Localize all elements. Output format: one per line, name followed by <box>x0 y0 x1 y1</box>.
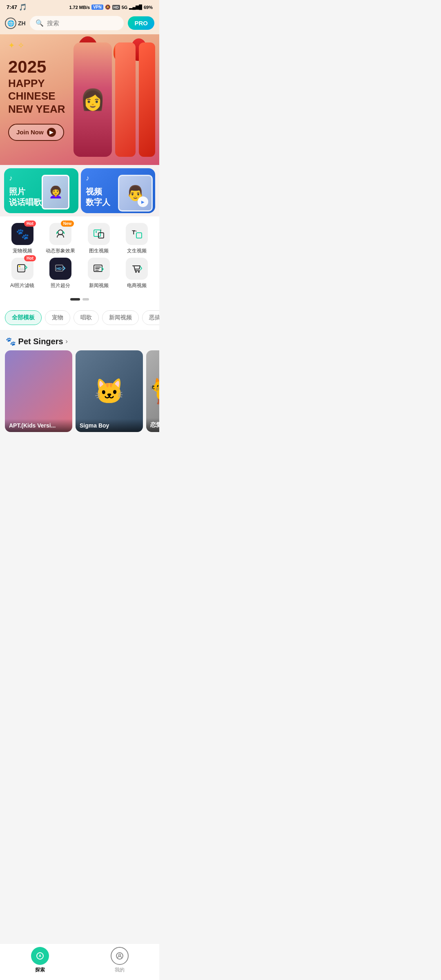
lang-label: ZH <box>18 20 26 27</box>
banner-left: 2025 HAPPY CHINESE NEW YEAR Join Now ▶ <box>0 49 159 151</box>
category-tab-sing[interactable]: 唱歌 <box>74 310 99 325</box>
hot-badge-1: Hot <box>24 220 36 227</box>
singer-card-2[interactable]: 🐱 Sigma Boy <box>76 350 143 432</box>
arrow-icon: ▶ <box>47 128 56 137</box>
category-tabs: 全部模板 宠物 唱歌 新闻视频 恶搞视 ∨ <box>0 305 159 330</box>
bottom-spacer <box>0 439 159 471</box>
singer-card-2-label: Sigma Boy <box>76 419 143 432</box>
icon-item-pet-video[interactable]: 🐾 Hot 宠物视频 <box>6 223 39 254</box>
icon-row-1: 🐾 Hot 宠物视频 New 动态形象效果 <box>3 223 156 254</box>
network-speed: 1.72 MB/s <box>69 5 90 10</box>
vpn-badge: VPN <box>91 4 103 10</box>
lang-button[interactable]: 🌐 ZH <box>5 18 26 29</box>
svg-marker-2 <box>95 231 97 233</box>
status-time-area: 7:47 🎵 <box>7 3 27 11</box>
category-tab-news[interactable]: 新闻视频 <box>102 310 139 325</box>
icon-item-dynamic-avatar[interactable]: New 动态形象效果 <box>44 223 77 254</box>
banner-year: 2025 <box>8 58 151 76</box>
banner: ✦ ✧ 2025 HAPPY CHINESE NEW YEAR Join Now… <box>0 34 159 165</box>
svg-point-17 <box>135 271 137 273</box>
search-bar[interactable]: 🔍 <box>30 16 124 30</box>
icon-item-ecom-video[interactable]: 电商视频 <box>120 258 153 289</box>
video-feature-block[interactable]: ♪ 视频数字人 👨 ▶ <box>81 168 155 213</box>
category-tab-funny[interactable]: 恶搞视 <box>142 310 159 325</box>
dynamic-avatar-label: 动态形象效果 <box>46 247 75 254</box>
signal-bars: ▂▄▆█ <box>129 4 142 10</box>
icon-item-photo-hd[interactable]: HD 照片超分 <box>44 258 77 289</box>
ecom-video-icon <box>131 263 143 275</box>
app-icon: 🎵 <box>19 3 27 11</box>
icon-row-2: Hot AI照片滤镜 HD 照片超分 <box>3 258 156 289</box>
new-badge-1: New <box>61 220 74 227</box>
play-icon: ▶ <box>138 196 148 207</box>
dynamic-avatar-icon-box: New <box>49 223 71 245</box>
news-video-label: 新闻视频 <box>89 282 109 289</box>
category-tab-pet[interactable]: 宠物 <box>45 310 70 325</box>
join-now-button[interactable]: Join Now ▶ <box>8 124 64 141</box>
photo-cards-decoration: 👩‍🦱 <box>34 172 75 210</box>
pet-video-icon-box: 🐾 Hot <box>11 223 33 245</box>
search-icon: 🔍 <box>36 19 44 27</box>
pet-video-label: 宠物视频 <box>13 247 32 254</box>
svg-marker-9 <box>18 267 25 271</box>
icon-grid: 🐾 Hot 宠物视频 New 动态形象效果 <box>0 216 159 296</box>
singer-card-3[interactable]: 🐈 恋愛サー <box>146 350 159 432</box>
txt2vid-label: 文生视频 <box>127 247 147 254</box>
dot-inactive[interactable] <box>82 298 89 301</box>
img2vid-icon-box <box>88 223 110 245</box>
singer-card-3-label: 恋愛サー <box>146 418 159 432</box>
dot-active[interactable] <box>70 298 80 301</box>
pro-button[interactable]: PRO <box>128 16 154 30</box>
category-tab-all[interactable]: 全部模板 <box>5 310 42 325</box>
search-input[interactable] <box>47 20 118 27</box>
status-icons-area: 1.72 MB/s VPN 🔕 HD 5G ▂▄▆█ 69% <box>69 4 153 10</box>
singer-card-1[interactable]: APT.(Kids Versi... <box>5 350 72 432</box>
pet-singers-section-header: 🐾 Pet Singers › <box>0 330 159 350</box>
svg-rect-5 <box>136 233 142 238</box>
section-title-pet-singers: 🐾 Pet Singers <box>6 336 63 346</box>
ai-filter-label: AI照片滤镜 <box>10 282 34 289</box>
globe-icon: 🌐 <box>5 18 16 29</box>
page-dots <box>0 296 159 305</box>
ai-filter-icon <box>16 263 29 275</box>
icon-item-news-video[interactable]: 新闻视频 <box>82 258 115 289</box>
photo-hd-icon: HD <box>54 263 67 275</box>
header: 🌐 ZH 🔍 PRO <box>0 13 159 34</box>
battery: 69% <box>144 5 153 10</box>
svg-point-10 <box>19 265 20 267</box>
banner-title: HAPPY CHINESE NEW YEAR <box>8 77 151 116</box>
svg-text:HD: HD <box>56 267 62 271</box>
news-video-icon-box <box>88 258 110 280</box>
photo-feature-block[interactable]: ♪ 照片说话唱歌 👩‍🦱 <box>4 168 78 213</box>
section-arrow-icon[interactable]: › <box>66 338 68 345</box>
svg-rect-3 <box>98 233 104 238</box>
status-bar: 7:47 🎵 1.72 MB/s VPN 🔕 HD 5G ▂▄▆█ 69% <box>0 0 159 13</box>
icon-item-txt2vid[interactable]: T 文生视频 <box>120 223 153 254</box>
photo-hd-label: 照片超分 <box>51 282 70 289</box>
img2vid-icon <box>93 228 105 240</box>
svg-text:T: T <box>132 229 136 236</box>
ecom-video-label: 电商视频 <box>127 282 147 289</box>
icon-item-ai-filter[interactable]: Hot AI照片滤镜 <box>6 258 39 289</box>
icon-item-img2vid[interactable]: 图生视频 <box>82 223 115 254</box>
mute-icon: 🔕 <box>105 4 111 10</box>
hot-badge-2: Hot <box>24 255 36 261</box>
video-card-decoration: 👨 ▶ <box>112 172 153 210</box>
ecom-video-icon-box <box>126 258 148 280</box>
5g-signal: 5G <box>122 5 128 10</box>
avatar-effect-icon <box>55 228 66 240</box>
img2vid-label: 图生视频 <box>89 247 109 254</box>
svg-point-18 <box>138 271 140 273</box>
pet-singers-cards-row: APT.(Kids Versi... 🐱 Sigma Boy 🐈 恋愛サー <box>0 350 159 439</box>
singer-card-1-label: APT.(Kids Versi... <box>5 419 72 432</box>
ai-filter-icon-box: Hot <box>11 258 33 280</box>
feature-blocks: ♪ 照片说话唱歌 👩‍🦱 ♪ 视频数字人 👨 ▶ <box>0 165 159 216</box>
photo-hd-icon-box: HD <box>49 258 71 280</box>
time: 7:47 <box>7 4 17 10</box>
txt2vid-icon-box: T <box>126 223 148 245</box>
txt2vid-icon: T <box>131 228 143 240</box>
news-video-icon <box>93 263 105 275</box>
hd-badge: HD <box>112 5 120 10</box>
